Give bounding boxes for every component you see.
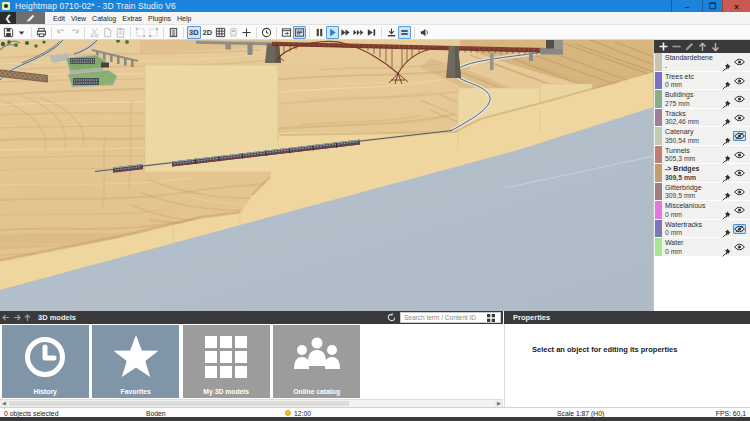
redo-icon bbox=[69, 27, 80, 38]
scroll-right-icon[interactable]: ▶ bbox=[495, 400, 503, 407]
layer-visibility-button[interactable] bbox=[733, 76, 746, 86]
layer-visibility-button[interactable] bbox=[733, 57, 746, 67]
list-button[interactable] bbox=[167, 26, 180, 39]
paste-icon bbox=[115, 27, 126, 38]
layer-visibility-button[interactable] bbox=[733, 205, 746, 215]
layer-color-stripe bbox=[655, 238, 662, 256]
layer-row[interactable]: Catenary350,54 mm bbox=[654, 127, 750, 146]
viewport-3d-scene[interactable] bbox=[0, 40, 654, 311]
edit-layer-button[interactable] bbox=[683, 41, 696, 52]
event-window-button[interactable] bbox=[280, 26, 293, 39]
menu-item-edit[interactable]: Edit bbox=[50, 12, 68, 25]
layer-visibility-button[interactable] bbox=[733, 168, 746, 178]
select-add-button[interactable] bbox=[147, 26, 160, 39]
2d-view-button[interactable]: 2D bbox=[201, 26, 215, 39]
layer-visibility-button[interactable] bbox=[733, 242, 746, 252]
speaker-button[interactable] bbox=[418, 26, 431, 39]
redo-button[interactable] bbox=[68, 26, 81, 39]
play-icon bbox=[327, 27, 338, 38]
layer-row[interactable]: Water0 mm bbox=[654, 238, 750, 257]
text-panel-button[interactable] bbox=[293, 26, 306, 39]
play-button[interactable] bbox=[326, 26, 339, 39]
layer-row[interactable]: Tracks302,46 mm bbox=[654, 109, 750, 128]
layer-visibility-button[interactable] bbox=[733, 187, 746, 197]
grid-icon bbox=[215, 27, 226, 38]
layer-visibility-button[interactable] bbox=[733, 113, 746, 123]
minimize-button[interactable]: – bbox=[671, 0, 702, 12]
menu-item-help[interactable]: Help bbox=[174, 12, 194, 25]
layer-row[interactable]: Buildings275 mm bbox=[654, 90, 750, 109]
titlebar[interactable]: Heightmap 0710-02* - 3D Train Studio V6 … bbox=[0, 0, 750, 12]
layer-row[interactable]: Watertracks0 mm bbox=[654, 220, 750, 239]
fast-forward-button[interactable] bbox=[339, 26, 352, 39]
skip-end-button[interactable] bbox=[365, 26, 378, 39]
menu-item-view[interactable]: View bbox=[68, 12, 89, 25]
cut-button[interactable] bbox=[88, 26, 101, 39]
undo-button[interactable] bbox=[55, 26, 68, 39]
fast-forward-3-button[interactable] bbox=[352, 26, 365, 39]
layer-visibility-button[interactable] bbox=[733, 150, 746, 160]
edit-mode-button[interactable] bbox=[16, 12, 45, 24]
layer-pin-button[interactable] bbox=[722, 243, 731, 261]
paste-button[interactable] bbox=[114, 26, 127, 39]
caret-down-button[interactable] bbox=[15, 26, 28, 39]
clock-dot-icon bbox=[285, 410, 291, 416]
3d-view-button[interactable]: 3D bbox=[187, 26, 201, 39]
fast-forward-3-icon bbox=[353, 27, 364, 38]
pin-icon bbox=[722, 81, 731, 90]
models-up-icon[interactable] bbox=[22, 314, 33, 322]
content-id-grid-icon[interactable] bbox=[487, 314, 495, 322]
layer-visibility-button[interactable] bbox=[733, 94, 746, 104]
close-button[interactable]: x bbox=[722, 0, 750, 12]
menu-item-plugins[interactable]: Plugins bbox=[145, 12, 174, 25]
clock-button[interactable] bbox=[260, 26, 273, 39]
eye-hidden-icon bbox=[734, 225, 745, 233]
eye-icon bbox=[734, 169, 745, 177]
remove-layer-button[interactable] bbox=[670, 41, 683, 52]
models-forward-icon[interactable] bbox=[11, 314, 22, 321]
layer-row[interactable]: Gitterbridge309,5 mm bbox=[654, 183, 750, 202]
eye-hidden-icon bbox=[734, 132, 745, 140]
layer-row[interactable]: Tunnels505,3 mm bbox=[654, 146, 750, 165]
grid-button[interactable] bbox=[214, 26, 227, 39]
maximize-button[interactable]: ❐ bbox=[702, 0, 722, 12]
scrollbar-thumb[interactable] bbox=[9, 401, 349, 406]
refresh-icon[interactable] bbox=[387, 313, 396, 322]
tile-icon-wrap bbox=[183, 325, 270, 388]
ground-button[interactable] bbox=[385, 26, 398, 39]
layer-row[interactable]: -> Bridges309,5 mm bbox=[654, 164, 750, 183]
move-layer-up-button[interactable] bbox=[696, 41, 709, 52]
layer-row[interactable]: Trees etc0 mm bbox=[654, 72, 750, 91]
status-objects-selected: 0 objects selected bbox=[4, 410, 58, 417]
models-back-icon[interactable] bbox=[0, 314, 11, 321]
layer-row[interactable]: Standardebene- bbox=[654, 53, 750, 72]
layer-row[interactable]: Miscelanious0 mm bbox=[654, 201, 750, 220]
save-button[interactable] bbox=[2, 26, 15, 39]
search-input[interactable] bbox=[401, 314, 487, 321]
menu-item-extras[interactable]: Extras bbox=[119, 12, 145, 25]
toolbar-separator bbox=[414, 27, 415, 38]
back-button[interactable]: ❮ bbox=[0, 12, 16, 24]
page-button[interactable] bbox=[101, 26, 114, 39]
layer-visibility-button[interactable] bbox=[733, 131, 746, 141]
horizontal-scrollbar[interactable]: ◀ ▶ bbox=[0, 399, 503, 407]
plus-button[interactable] bbox=[240, 26, 253, 39]
tile-history[interactable]: History bbox=[2, 325, 89, 398]
printer-button[interactable] bbox=[35, 26, 48, 39]
cut-icon bbox=[89, 27, 100, 38]
layers-toolbar bbox=[654, 40, 750, 53]
scroll-left-icon[interactable]: ◀ bbox=[0, 400, 8, 407]
tile-online-catalog[interactable]: Online catalog bbox=[273, 325, 360, 398]
tile-favorites[interactable]: Favorites bbox=[92, 325, 179, 398]
pause-button[interactable] bbox=[313, 26, 326, 39]
tile-label: Online catalog bbox=[293, 388, 340, 395]
move-layer-down-button[interactable] bbox=[709, 41, 722, 52]
select-area-button[interactable] bbox=[134, 26, 147, 39]
tile-icon-wrap bbox=[92, 325, 179, 388]
add-layer-button[interactable] bbox=[657, 41, 670, 52]
tram-button[interactable] bbox=[227, 26, 240, 39]
menu-item-catalog[interactable]: Catalog bbox=[89, 12, 119, 25]
layer-visibility-button[interactable] bbox=[733, 224, 746, 234]
equals-button[interactable] bbox=[398, 26, 411, 39]
tile-my-3d-models[interactable]: My 3D models bbox=[183, 325, 270, 398]
